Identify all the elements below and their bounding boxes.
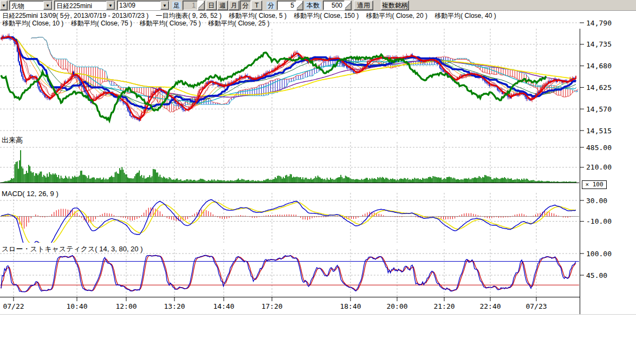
- period-button-day[interactable]: 日: [206, 1, 217, 10]
- period-button-tick-label: T: [255, 2, 258, 9]
- y-axis-label: 485.00: [586, 144, 612, 152]
- contract-month-select[interactable]: 13/09 ▼: [117, 1, 170, 10]
- y-axis-label: 14,515: [586, 127, 612, 135]
- period-button-month-label: 月: [231, 1, 237, 10]
- minute-count-spin-button[interactable]: [296, 1, 303, 10]
- bar-count-spin-button[interactable]: [345, 1, 352, 10]
- instrument-category-value: 先物: [10, 1, 43, 10]
- x-axis-label: 10:40: [66, 302, 87, 310]
- instrument-category-select[interactable]: 先物 ▼: [9, 1, 53, 10]
- dropdown-arrow-icon[interactable]: ▼: [106, 1, 115, 10]
- x-axis-label: 17:20: [261, 302, 282, 310]
- period-button-minute[interactable]: 分: [240, 1, 251, 10]
- bar-count-field[interactable]: 500: [323, 1, 345, 10]
- multi-symbol-button-label: 複数銘柄: [382, 1, 408, 10]
- y-axis-label: 14,570: [586, 105, 612, 113]
- y-axis-label: 210.00: [586, 163, 612, 171]
- y-axis-label: 100.00: [586, 250, 612, 258]
- contract-month-value: 13/09: [118, 1, 160, 10]
- x-axis-label: 22:40: [479, 302, 501, 310]
- period-button-minute-label: 分: [242, 1, 249, 10]
- bar-type-label: 足: [172, 2, 181, 9]
- instrument-select[interactable]: 日経225mini ▼: [54, 1, 115, 10]
- y-axis-label: 14,625: [586, 83, 612, 92]
- instrument-value: 日経225mini: [55, 1, 106, 10]
- partial-combo-dropdown-button[interactable]: ▼: [0, 1, 8, 10]
- x-axis-label: 18:40: [340, 302, 361, 310]
- y-axis-label: 14,680: [586, 62, 612, 70]
- apply-button-label: 適用: [357, 1, 370, 10]
- y-axis-label: 45.00: [586, 271, 607, 280]
- period-button-month[interactable]: 月: [229, 1, 239, 10]
- period-button-week-label: 週: [219, 1, 226, 10]
- x-axis-label: 21:20: [433, 302, 455, 310]
- y-axis-label: 14,790: [586, 19, 612, 27]
- bar-interval-field[interactable]: 1: [183, 1, 198, 10]
- x-axis-label: 13:20: [164, 302, 185, 310]
- chart-canvas[interactable]: 14,79014,73514,68014,62514,57014,515485.…: [0, 0, 636, 364]
- bar-interval-spin-button[interactable]: [198, 1, 205, 10]
- x-axis-label: 12:00: [115, 302, 137, 310]
- dropdown-arrow-icon[interactable]: ▼: [43, 1, 52, 10]
- x-axis-label: 07/22: [3, 302, 24, 310]
- x-axis-label: 14:40: [213, 302, 234, 310]
- toolbar: ▼ 先物 ▼ 日経225mini ▼ 13/09 ▼ 足 1 日 週 月 分 T…: [0, 0, 636, 11]
- y-axis-label: 14,735: [586, 40, 612, 48]
- period-button-day-label: 日: [208, 1, 215, 10]
- period-button-week[interactable]: 週: [217, 1, 228, 10]
- multi-symbol-button[interactable]: 複数銘柄: [381, 1, 409, 10]
- minute-count-field[interactable]: 5: [277, 1, 296, 10]
- minute-label: 分: [267, 2, 275, 9]
- bar-count-label: 本数: [305, 2, 321, 9]
- period-button-tick[interactable]: T: [251, 1, 262, 10]
- dropdown-arrow-icon[interactable]: ▼: [160, 1, 169, 10]
- x-axis-label: 20:00: [386, 302, 407, 310]
- volume-multiplier-badge: × 100: [582, 180, 607, 189]
- x-axis-label: 07/23: [525, 302, 547, 310]
- y-axis-label: -10.00: [586, 217, 612, 225]
- dropdown-arrow-icon: ▼: [2, 3, 6, 8]
- apply-button[interactable]: 適用: [354, 1, 373, 10]
- y-axis-label: 30.00: [586, 197, 607, 205]
